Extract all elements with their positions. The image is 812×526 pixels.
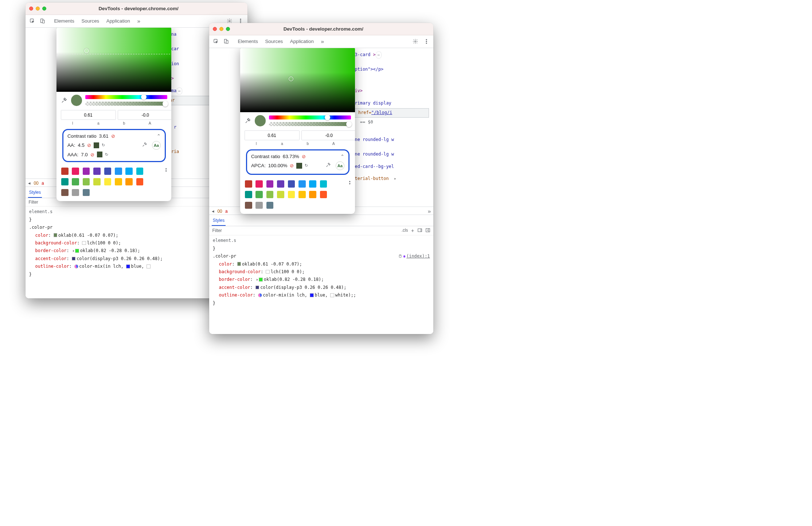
- css-value[interactable]: color(display-p3 0.26 0.26 0.48): [77, 256, 160, 261]
- saturation-cursor-icon[interactable]: [84, 48, 89, 53]
- css-prop[interactable]: accent-color: [35, 256, 67, 261]
- palette-toggle-icon[interactable]: ▲▼: [165, 167, 167, 172]
- reload-icon[interactable]: ↻: [105, 152, 108, 157]
- minimize-icon[interactable]: [219, 27, 223, 31]
- palette-swatch[interactable]: [288, 191, 295, 198]
- css-value[interactable]: lch(100 0 0): [271, 269, 302, 274]
- css-prop[interactable]: color: [35, 233, 48, 238]
- palette-swatch[interactable]: [93, 168, 101, 175]
- add-rule-icon[interactable]: +: [411, 228, 414, 233]
- expand-icon[interactable]: [257, 279, 258, 281]
- styles-declarations[interactable]: element.s } .color-pr (index):1 color: o…: [209, 235, 433, 309]
- device-mode-icon[interactable]: [39, 17, 46, 25]
- palette-swatch[interactable]: [125, 168, 133, 175]
- prev-icon[interactable]: ◂: [28, 180, 31, 186]
- suggested-swatch[interactable]: [94, 142, 99, 148]
- source-link[interactable]: (index):1: [398, 252, 430, 260]
- palette-swatch[interactable]: [72, 168, 79, 175]
- palette-swatch[interactable]: [83, 178, 90, 185]
- palette-swatch[interactable]: [115, 168, 122, 175]
- close-icon[interactable]: [213, 27, 217, 31]
- css-prop[interactable]: color: [219, 262, 232, 267]
- palette-toggle-icon[interactable]: ▲▼: [348, 180, 351, 185]
- palette-swatch[interactable]: [245, 191, 252, 198]
- palette-swatch[interactable]: [255, 191, 263, 198]
- palette-swatch[interactable]: [255, 180, 263, 188]
- inspect-icon[interactable]: [28, 17, 36, 25]
- palette-swatch[interactable]: [61, 168, 69, 175]
- computed-toggle-icon[interactable]: [417, 228, 422, 233]
- breadcrumb[interactable]: a: [42, 181, 44, 186]
- tab-application[interactable]: Application: [106, 18, 130, 24]
- pick-bg-icon[interactable]: [142, 142, 149, 149]
- more-ellipsis-icon[interactable]: ⋯: [176, 87, 182, 95]
- breadcrumb[interactable]: a: [225, 209, 228, 214]
- palette-swatch[interactable]: [298, 191, 306, 198]
- css-prop[interactable]: background-color: [35, 240, 77, 246]
- titlebar[interactable]: DevTools - developer.chrome.com/: [209, 23, 433, 35]
- expand-icon[interactable]: [73, 250, 74, 252]
- palette-swatch[interactable]: [320, 191, 327, 198]
- hue-slider[interactable]: [269, 115, 351, 119]
- palette-swatch[interactable]: [266, 202, 274, 209]
- minimize-icon[interactable]: [36, 7, 40, 11]
- gear-icon[interactable]: [411, 38, 419, 45]
- css-prop[interactable]: accent-color: [219, 285, 250, 290]
- css-prop[interactable]: background-color: [219, 269, 261, 274]
- input-l[interactable]: [245, 130, 300, 140]
- tab-sources[interactable]: Sources: [81, 18, 99, 24]
- input-l[interactable]: [61, 110, 116, 120]
- device-mode-icon[interactable]: [222, 38, 230, 45]
- palette-swatch[interactable]: [115, 178, 122, 185]
- css-prop[interactable]: border-color: [219, 277, 250, 282]
- eyedropper-icon[interactable]: [61, 97, 68, 104]
- tab-application[interactable]: Application: [290, 38, 314, 45]
- palette-swatch[interactable]: [255, 202, 263, 209]
- css-value[interactable]: color-mix(in lch,: [79, 264, 124, 269]
- more-tabs-icon[interactable]: »: [321, 38, 324, 45]
- more-tabs-icon[interactable]: »: [137, 18, 140, 24]
- tab-elements[interactable]: Elements: [238, 38, 258, 45]
- css-value[interactable]: color-mix(in lch,: [263, 293, 307, 298]
- more-tabs-icon[interactable]: »: [428, 208, 431, 215]
- palette-swatch[interactable]: [83, 168, 90, 175]
- kebab-icon[interactable]: [423, 38, 430, 45]
- reload-icon[interactable]: ↻: [102, 143, 105, 148]
- reload-icon[interactable]: ↻: [305, 163, 308, 168]
- palette-swatch[interactable]: [266, 191, 274, 198]
- css-value[interactable]: oklab(0.61 -0.07 0.07): [242, 262, 300, 267]
- saturation-area[interactable]: [56, 28, 171, 92]
- prev-icon[interactable]: ◂: [212, 208, 214, 214]
- palette-swatch[interactable]: [104, 168, 112, 175]
- palette-swatch[interactable]: [245, 180, 252, 188]
- close-icon[interactable]: [29, 7, 33, 11]
- palette-swatch[interactable]: [83, 189, 90, 196]
- palette-swatch[interactable]: [320, 180, 327, 188]
- palette-swatch[interactable]: [288, 180, 295, 188]
- breadcrumb[interactable]: 00: [217, 209, 222, 214]
- filter-label[interactable]: Filter: [212, 228, 222, 233]
- more-ellipsis-icon[interactable]: ⋯: [376, 51, 382, 59]
- palette-swatch[interactable]: [309, 180, 316, 188]
- css-value[interactable]: color(display-p3 0.26 0.26 0.48): [260, 285, 344, 290]
- palette-swatch[interactable]: [72, 178, 79, 185]
- palette-swatch[interactable]: [104, 178, 112, 185]
- css-value[interactable]: oklab(0.61 -0.07 0.07): [58, 233, 116, 238]
- suggested-swatch[interactable]: [296, 163, 302, 168]
- tab-styles[interactable]: Styles: [28, 188, 42, 198]
- css-value[interactable]: oklab(0.82 -0.28 0.18): [264, 277, 321, 282]
- pick-bg-icon[interactable]: [325, 162, 333, 169]
- palette-swatch[interactable]: [93, 178, 101, 185]
- tab-elements[interactable]: Elements: [54, 18, 74, 24]
- css-value[interactable]: oklab(0.82 -0.28 0.18): [80, 248, 138, 253]
- filter-label[interactable]: Filter: [28, 200, 38, 205]
- css-prop[interactable]: outline-color: [35, 264, 69, 269]
- input-a[interactable]: [118, 110, 171, 120]
- palette-swatch[interactable]: [136, 178, 144, 185]
- collapse-icon[interactable]: ⌃: [340, 154, 344, 159]
- link-href[interactable]: "/blog/i: [371, 110, 392, 115]
- saturation-cursor-icon[interactable]: [289, 76, 293, 81]
- palette-swatch[interactable]: [298, 180, 306, 188]
- maximize-icon[interactable]: [42, 7, 46, 11]
- palette-swatch[interactable]: [136, 168, 144, 175]
